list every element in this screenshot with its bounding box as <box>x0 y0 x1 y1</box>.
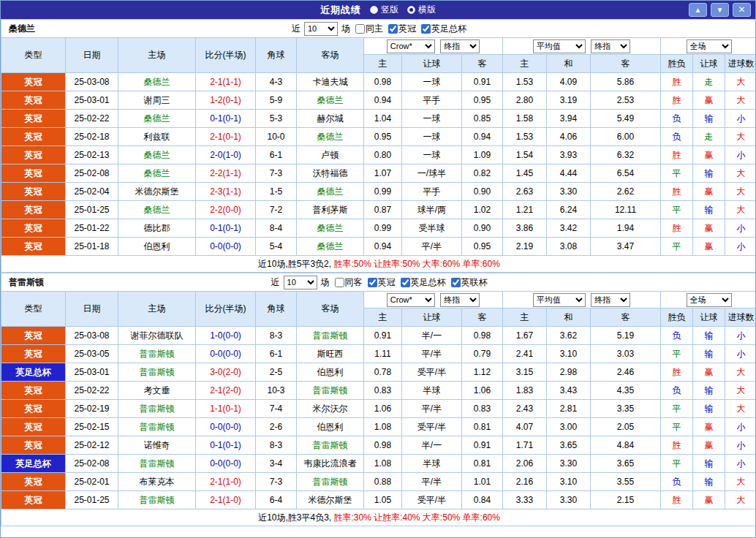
avg-home-odds-cell: 1.58 <box>503 110 547 128</box>
crown-handicap-cell: 一/球半 <box>402 164 462 183</box>
column-header-home: 主场 <box>118 292 196 327</box>
away-team-cell: 伯恩利 <box>297 418 364 436</box>
layout-radio-horizontal[interactable]: 横版 <box>407 4 436 16</box>
match-result-cell: 平 <box>661 201 693 219</box>
match-result-cell: 负 <box>661 110 693 128</box>
recent-count-select[interactable]: 10 <box>284 276 317 289</box>
avg-draw-odds-cell: 3.19 <box>547 91 591 110</box>
match-scope-select[interactable]: 全场 <box>687 39 732 53</box>
avg-away-odds-cell: 3.55 <box>591 473 661 491</box>
date-cell: 25-02-08 <box>66 455 118 473</box>
away-team-cell: 普雷斯顿 <box>297 473 364 491</box>
score-cell: 0-1(0-1) <box>196 110 256 128</box>
avg-draw-odds-cell: 3.94 <box>547 110 591 128</box>
crown-away-odds-cell: 0.81 <box>462 418 503 436</box>
close-button[interactable]: ✕ <box>733 3 751 17</box>
average-odds-select[interactable]: 平均值 <box>533 39 586 53</box>
score-cell: 2-2(0-0) <box>196 201 256 219</box>
date-cell: 25-03-08 <box>66 73 118 91</box>
match-result-cell: 胜 <box>661 363 693 382</box>
score-cell: 3-0(2-0) <box>196 363 256 382</box>
home-team-cell: 普雷斯顿 <box>118 491 196 509</box>
date-cell: 25-03-01 <box>66 91 118 110</box>
league-checkbox-input[interactable] <box>388 24 398 34</box>
team-name: 普雷斯顿 <box>9 273 44 291</box>
average-time-select[interactable]: 终指 <box>591 39 630 53</box>
crown-handicap-cell: 受平/半 <box>402 491 462 509</box>
recent-count-select[interactable]: 10 <box>304 22 338 36</box>
crown-home-odds-cell: 0.98 <box>364 436 402 455</box>
match-row: 英足总杯25-03-01普雷斯顿3-0(2-0)2-5伯恩利0.78受平/半1.… <box>1 363 756 382</box>
title-bar: 近期战绩 竖版 横版 ▲ ▼ ✕ <box>1 1 755 19</box>
odds-provider-select[interactable]: Crow* <box>387 39 435 53</box>
avg-home-odds-cell: 3.15 <box>503 363 547 382</box>
avg-home-odds-cell: 2.06 <box>503 455 547 473</box>
type-cell: 英冠 <box>1 146 66 164</box>
score-cell: 2-0(1-0) <box>196 146 256 164</box>
move-down-button[interactable]: ▼ <box>711 3 729 17</box>
corner-cell: 5-3 <box>256 110 297 128</box>
league-checkbox-eflcup[interactable]: 英联杯 <box>448 273 488 291</box>
radio-icon[interactable] <box>370 6 378 14</box>
column-header-avg-draw: 和 <box>547 308 591 327</box>
date-cell: 25-02-18 <box>66 128 118 146</box>
column-header-away: 客场 <box>297 292 364 327</box>
goals-result-cell: 大 <box>725 128 756 146</box>
column-header-handicap-res: 让球 <box>693 308 725 327</box>
avg-away-odds-cell: 3.65 <box>591 455 661 473</box>
avg-draw-odds-cell: 3.93 <box>547 146 591 164</box>
match-scope-select[interactable]: 全场 <box>687 293 732 307</box>
avg-away-odds-cell: 3.03 <box>591 345 661 363</box>
average-odds-select[interactable]: 平均值 <box>533 293 586 307</box>
goals-result-cell: 大 <box>725 201 756 219</box>
radio-icon[interactable] <box>407 6 415 14</box>
crown-handicap-cell: 平/半 <box>402 345 462 363</box>
corner-cell: 7-4 <box>256 400 297 418</box>
summary-stats: 胜率:30% 让胜率:40% 大率:50% 单率:60% <box>334 512 500 523</box>
odds-provider-select[interactable]: Crow* <box>387 293 435 307</box>
recent-label: 近 <box>271 273 280 291</box>
same-venue-checkbox-input[interactable] <box>335 278 344 287</box>
avg-away-odds-cell: 5.19 <box>591 327 661 345</box>
team-section-2: 普雷斯顿 近 10 场 同客 英冠 <box>1 273 756 526</box>
league-checkbox-input[interactable] <box>421 24 431 34</box>
goals-result-cell: 大 <box>725 363 756 382</box>
odds-time-select[interactable]: 终指 <box>440 39 480 53</box>
crown-handicap-cell: 半球 <box>402 455 462 473</box>
matches-label: 场 <box>341 20 350 37</box>
handicap-result-cell: 赢 <box>693 183 725 201</box>
home-team-cell: 桑德兰 <box>118 73 196 91</box>
league-checkbox-facup[interactable]: 英足总杯 <box>398 273 446 291</box>
column-header-odds-handicap: 让球 <box>402 55 462 73</box>
league-checkbox-championship[interactable]: 英冠 <box>385 20 416 37</box>
same-venue-checkbox[interactable]: 同主 <box>352 20 383 37</box>
match-row: 英冠25-02-22考文垂2-1(2-0)10-3普雷斯顿0.83半球1.061… <box>1 382 756 400</box>
avg-draw-odds-cell: 3.08 <box>547 238 591 256</box>
goals-result-cell: 小 <box>725 436 756 455</box>
score-cell: 2-1(0-1) <box>196 128 256 146</box>
date-cell: 25-02-22 <box>66 382 118 400</box>
layout-radio-vertical[interactable]: 竖版 <box>370 4 398 16</box>
league-checkbox-input[interactable] <box>368 278 377 287</box>
column-header-odds-home: 主 <box>364 308 402 327</box>
matches-body: 英冠25-03-08谢菲尔德联队1-0(0-0)8-3普雷斯顿0.91半/一0.… <box>1 327 756 509</box>
league-checkbox-input[interactable] <box>401 278 410 287</box>
average-time-select[interactable]: 终指 <box>591 293 630 307</box>
summary-cell: 近10场,胜3平4负3, 胜率:30% 让胜率:40% 大率:50% 单率:60… <box>1 509 756 526</box>
league-checkbox-facup[interactable]: 英足总杯 <box>418 20 466 37</box>
league-checkbox-input[interactable] <box>451 278 461 287</box>
same-venue-checkbox[interactable]: 同客 <box>332 273 363 291</box>
move-up-button[interactable]: ▲ <box>689 3 707 17</box>
column-header-avg-home: 主 <box>503 308 547 327</box>
handicap-result-cell: 输 <box>693 382 725 400</box>
avg-away-odds-cell: 4.84 <box>591 436 661 455</box>
odds-time-select[interactable]: 终指 <box>440 293 480 307</box>
filters: 近 10 场 同客 英冠 英足总杯 <box>271 273 488 291</box>
same-venue-checkbox-input[interactable] <box>355 24 365 34</box>
crown-home-odds-cell: 1.08 <box>364 455 402 473</box>
league-checkbox-championship[interactable]: 英冠 <box>365 273 396 291</box>
goals-result-cell: 小 <box>725 418 756 436</box>
away-team-cell: 赫尔城 <box>297 110 364 128</box>
goals-result-cell: 小 <box>725 238 756 256</box>
match-row: 英冠25-02-19普雷斯顿1-1(0-1)7-4米尔沃尔1.06平/半0.83… <box>1 400 756 418</box>
